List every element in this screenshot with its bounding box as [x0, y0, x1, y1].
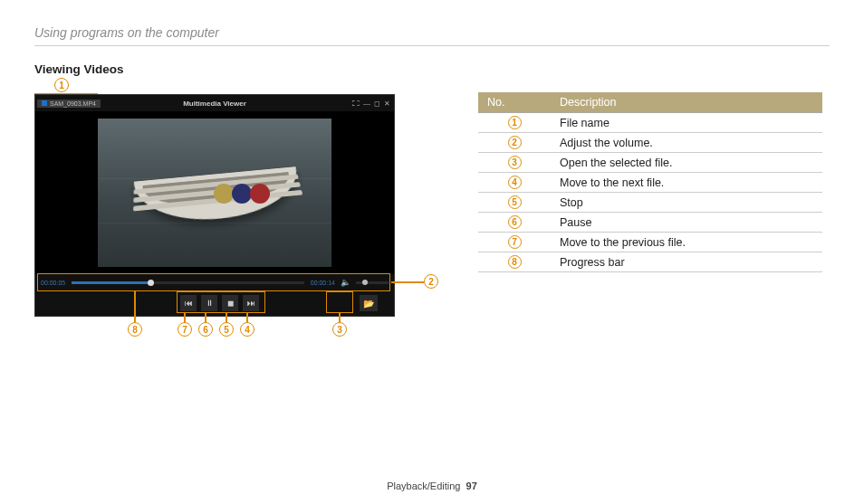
open-file-button[interactable]: 📂: [360, 295, 378, 311]
footer-section: Playback/Editing: [387, 480, 460, 491]
transport-row: ⏮ ⏸ ◼ ⏭ 📂: [35, 290, 394, 316]
legend-row: 6Pause: [478, 213, 822, 233]
annotated-screenshot: 1 SAM_0903.MP4 Multimedia Viewer ⛶ — ◻ ✕: [34, 81, 397, 342]
time-total: 00:00:14: [310, 280, 335, 286]
legend-desc: File name: [551, 113, 822, 133]
legend-row: 7Move to the previous file.: [478, 233, 822, 252]
app-icon: [42, 100, 47, 106]
prev-button[interactable]: ⏮: [180, 295, 197, 311]
stop-button[interactable]: ◼: [222, 295, 238, 311]
legend-desc: Pause: [551, 213, 822, 233]
legend-row: 8Progress bar: [478, 252, 822, 272]
volume-slider[interactable]: [356, 281, 389, 284]
ball-red: [250, 184, 270, 204]
manual-page: Using programs on the computer Viewing V…: [0, 0, 864, 504]
callout-4: 4: [240, 322, 254, 337]
callout-3: 3: [332, 322, 347, 337]
legend-desc: Progress bar: [551, 252, 822, 272]
progress-row: 00:00:05 00:00:14 🔈: [35, 274, 394, 290]
fullscreen-icon[interactable]: ⛶: [352, 100, 360, 108]
callout-1: 1: [54, 78, 69, 92]
file-name-tab[interactable]: SAM_0903.MP4: [37, 100, 101, 108]
video-frame: [98, 119, 331, 267]
callout-2: 2: [424, 274, 438, 289]
next-button[interactable]: ⏭: [243, 295, 259, 311]
legend-num: 6: [508, 215, 522, 229]
maximize-icon[interactable]: ◻: [374, 100, 380, 108]
video-player-window: SAM_0903.MP4 Multimedia Viewer ⛶ — ◻ ✕: [34, 94, 395, 317]
legend-num: 8: [508, 255, 522, 269]
transport-button-group: ⏮ ⏸ ◼ ⏭: [180, 295, 259, 311]
legend-row: 5Stop: [478, 193, 822, 213]
legend-row: 4Move to the next file.: [478, 173, 822, 193]
legend-num: 5: [508, 195, 522, 209]
legend-num: 1: [508, 116, 522, 129]
legend-header-no: No.: [478, 92, 551, 113]
legend-num: 2: [508, 136, 522, 149]
section-title: Viewing Videos: [34, 62, 830, 76]
video-frame-area: [35, 111, 394, 274]
chapter-title: Using programs on the computer: [34, 25, 830, 40]
divider: [34, 45, 830, 46]
legend-row: 2Adjust the volume.: [478, 133, 822, 153]
page-footer: Playback/Editing 97: [0, 480, 864, 491]
time-elapsed: 00:00:05: [41, 280, 66, 286]
ball-blue: [232, 184, 252, 204]
page-number: 97: [466, 480, 477, 491]
legend-desc: Open the selected file.: [551, 153, 822, 173]
legend-row: 1File name: [478, 113, 822, 133]
legend-num: 7: [508, 235, 522, 249]
callout-5: 5: [219, 322, 234, 337]
legend-desc: Move to the previous file.: [551, 233, 822, 252]
legend-desc: Move to the next file.: [551, 173, 822, 193]
volume-icon[interactable]: 🔈: [341, 278, 350, 287]
close-icon[interactable]: ✕: [384, 100, 390, 108]
legend: No. Description 1File name 2Adjust the v…: [478, 92, 822, 272]
progress-bar[interactable]: [72, 281, 304, 284]
file-name-text: SAM_0903.MP4: [50, 100, 96, 107]
legend-header-desc: Description: [551, 92, 822, 113]
window-titlebar: SAM_0903.MP4 Multimedia Viewer ⛶ — ◻ ✕: [35, 95, 394, 111]
minimize-icon[interactable]: —: [363, 100, 370, 108]
legend-table: No. Description 1File name 2Adjust the v…: [478, 92, 822, 272]
legend-desc: Adjust the volume.: [551, 133, 822, 153]
legend-num: 4: [508, 176, 522, 189]
callout-8: 8: [128, 322, 142, 337]
legend-num: 3: [508, 156, 522, 169]
callout-line-2: [391, 281, 424, 283]
legend-row: 3Open the selected file.: [478, 153, 822, 173]
ball-yellow: [214, 184, 234, 204]
legend-desc: Stop: [551, 193, 822, 213]
pause-button[interactable]: ⏸: [201, 295, 217, 311]
callout-7: 7: [178, 322, 192, 337]
callout-6: 6: [198, 322, 213, 337]
